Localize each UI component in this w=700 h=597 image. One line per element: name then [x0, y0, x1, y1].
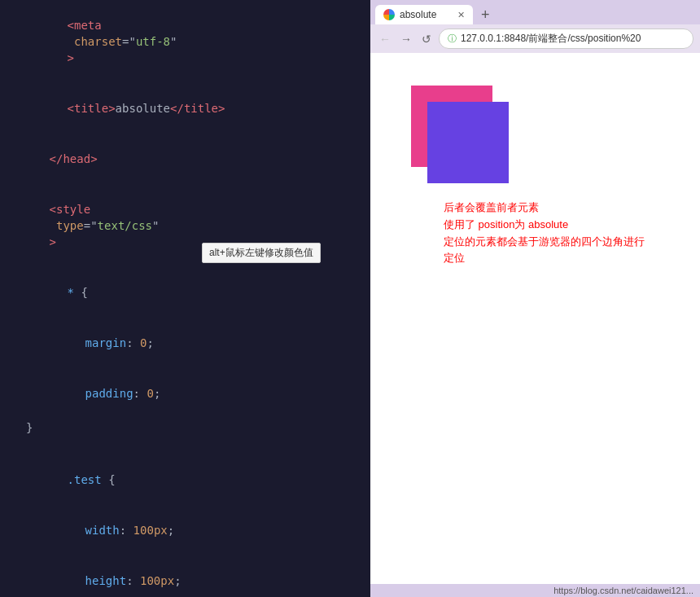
lock-icon: ⓘ: [448, 33, 457, 45]
annotation-line-2: 使用了 position为 absolute: [444, 217, 645, 234]
code-line: * {: [0, 267, 370, 318]
tab-close-button[interactable]: ✕: [457, 10, 465, 20]
code-line: <meta charset="utf-8" >: [0, 0, 370, 83]
code-line: .test {: [0, 454, 370, 505]
annotation-line-4: 定位: [444, 250, 645, 267]
demo-box-purple: [427, 102, 509, 183]
annotation-line-3: 定位的元素都会基于游览器的四个边角进行: [444, 234, 645, 251]
browser-tabs: absolute ✕ +: [370, 0, 700, 24]
code-editor: <meta charset="utf-8" > <title>absolute<…: [0, 0, 370, 597]
annotation-line-1: 后者会覆盖前者元素: [444, 200, 645, 217]
new-tab-button[interactable]: +: [476, 6, 495, 24]
color-tooltip: alt+鼠标左键修改颜色值: [202, 243, 321, 263]
code-line: </head>: [0, 134, 370, 184]
browser-address-bar: ← → ↺ ⓘ 127.0.0.1:8848/前端整合/css/position…: [370, 24, 700, 53]
annotation-text: 后者会覆盖前者元素 使用了 position为 absolute 定位的元素都会…: [444, 200, 645, 267]
tab-favicon-icon: [383, 9, 395, 20]
back-button[interactable]: ←: [377, 31, 393, 47]
code-line: }: [0, 419, 370, 437]
code-line: margin: 0;: [0, 318, 370, 368]
code-line: height: 100px;: [0, 555, 370, 597]
browser-window: absolute ✕ + ← → ↺ ⓘ 127.0.0.1:8848/前端整合…: [370, 0, 700, 597]
code-line: padding: 0;: [0, 368, 370, 419]
url-text: 127.0.0.1:8848/前端整合/css/position%20: [461, 32, 641, 46]
browser-content: 后者会覆盖前者元素 使用了 position为 absolute 定位的元素都会…: [370, 53, 700, 584]
address-input[interactable]: ⓘ 127.0.0.1:8848/前端整合/css/position%20: [439, 29, 693, 49]
status-bar: https://blog.csdn.net/caidawei121...: [370, 584, 700, 597]
code-line: [0, 437, 370, 454]
browser-chrome: absolute ✕ + ← → ↺ ⓘ 127.0.0.1:8848/前端整合…: [370, 0, 700, 53]
refresh-button[interactable]: ↺: [419, 31, 434, 47]
code-line: <title>absolute</title>: [0, 83, 370, 134]
tab-title: absolute: [400, 9, 436, 20]
status-url: https://blog.csdn.net/caidawei121...: [553, 586, 693, 595]
browser-tab-active[interactable]: absolute ✕: [375, 5, 473, 24]
code-line: width: 100px;: [0, 505, 370, 555]
forward-button[interactable]: →: [398, 31, 414, 47]
